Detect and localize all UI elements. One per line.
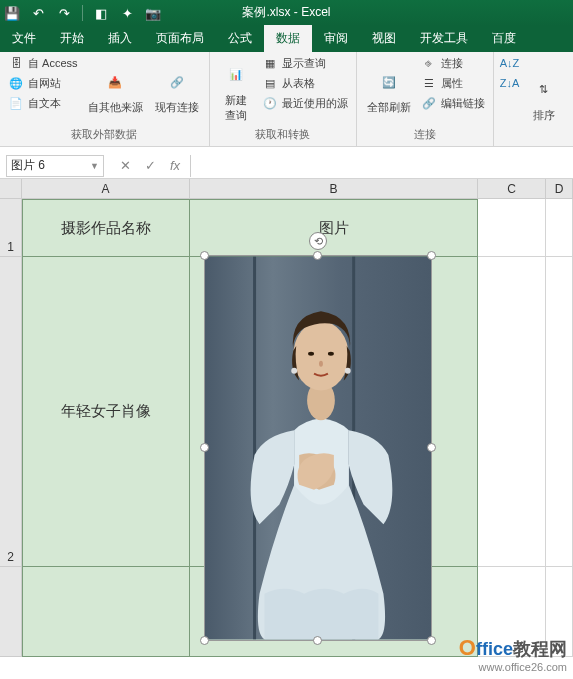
recent-sources-button[interactable]: 🕐最近使用的源 [260,94,350,112]
cell-B1[interactable]: 图片 [190,199,478,257]
group-label [500,142,564,144]
col-header-B[interactable]: B [190,179,478,199]
sort-icon: ⇅ [528,74,560,106]
sort-desc-icon: Z↓A [502,75,518,91]
ribbon-group-connections: 🔄 全部刷新 ⎆连接 ☰属性 🔗编辑链接 连接 [357,52,494,146]
properties-icon: ☰ [421,75,437,91]
touch-mode-icon[interactable]: ◧ [93,5,109,21]
group-label: 获取和转换 [216,127,350,144]
access-icon: 🗄 [8,55,24,71]
show-query-icon: ▦ [262,55,278,71]
tab-baidu[interactable]: 百度 [480,25,528,52]
ribbon-group-external-data: 🗄自 Access 🌐自网站 📄自文本 📥 自其他来源 🔗 现有连接 获取外部数… [0,52,210,146]
new-icon[interactable]: ✦ [119,5,135,21]
cell-A1[interactable]: 摄影作品名称 [22,199,190,257]
from-access-button[interactable]: 🗄自 Access [6,54,80,72]
separator [82,5,83,21]
other-sources-icon: 📥 [99,66,131,98]
watermark: Office教程网 www.office26.com [459,635,567,673]
edit-links-button[interactable]: 🔗编辑链接 [419,94,487,112]
cell-D2[interactable] [546,257,573,567]
group-label: 连接 [363,127,487,144]
svg-point-7 [328,352,334,356]
properties-button[interactable]: ☰属性 [419,74,487,92]
resize-handle-tl[interactable] [200,251,209,260]
column-headers: A B C D [0,179,573,199]
select-all-corner[interactable] [0,179,22,199]
from-table-icon: ▤ [262,75,278,91]
from-text-button[interactable]: 📄自文本 [6,94,80,112]
refresh-all-button[interactable]: 🔄 全部刷新 [363,54,415,127]
quick-access-toolbar: 💾 ↶ ↷ ◧ ✦ 📷 案例.xlsx - Excel [0,0,573,26]
svg-point-10 [345,368,351,374]
enter-icon[interactable]: ✓ [145,158,156,173]
edit-links-icon: 🔗 [421,95,437,111]
tab-file[interactable]: 文件 [0,25,48,52]
sort-button[interactable]: ⇅ 排序 [524,54,564,142]
sort-asc-button[interactable]: A↓Z [500,54,520,72]
tab-developer[interactable]: 开发工具 [408,25,480,52]
resize-handle-l[interactable] [200,443,209,452]
new-query-icon: 📊 [220,59,252,91]
svg-point-5 [293,321,349,390]
text-icon: 📄 [8,95,24,111]
save-icon[interactable]: 💾 [4,5,20,21]
chevron-down-icon[interactable]: ▼ [90,161,99,171]
row-header-3[interactable] [0,567,22,657]
name-box[interactable]: 图片 6 ▼ [6,155,104,177]
web-icon: 🌐 [8,75,24,91]
tab-data[interactable]: 数据 [264,25,312,52]
tab-insert[interactable]: 插入 [96,25,144,52]
ribbon-group-sort: A↓Z Z↓A ⇅ 排序 [494,52,570,146]
watermark-url: www.office26.com [459,661,567,673]
from-table-button[interactable]: ▤从表格 [260,74,350,92]
svg-point-6 [308,352,314,356]
window-title: 案例.xlsx - Excel [242,4,330,21]
ribbon-group-get-transform: 📊 新建 查询 ▦显示查询 ▤从表格 🕐最近使用的源 获取和转换 [210,52,357,146]
row-headers: 1 2 [0,199,22,657]
fx-icon[interactable]: fx [170,158,180,173]
tab-review[interactable]: 审阅 [312,25,360,52]
col-header-A[interactable]: A [22,179,190,199]
cell-D1[interactable] [546,199,573,257]
cancel-icon[interactable]: ✕ [120,158,131,173]
formula-bar[interactable] [190,155,573,177]
resize-handle-tr[interactable] [427,251,436,260]
row-header-1[interactable]: 1 [0,199,22,257]
connections-button[interactable]: ⎆连接 [419,54,487,72]
col-header-C[interactable]: C [478,179,546,199]
cell-C1[interactable] [478,199,546,257]
existing-conn-icon: 🔗 [161,66,193,98]
cell-A2[interactable]: 年轻女子肖像 [22,257,190,567]
sort-asc-icon: A↓Z [502,55,518,71]
undo-icon[interactable]: ↶ [30,5,46,21]
formula-bar-row: 图片 6 ▼ ✕ ✓ fx [0,153,573,179]
row-header-2[interactable]: 2 [0,257,22,567]
from-web-button[interactable]: 🌐自网站 [6,74,80,92]
resize-handle-bl[interactable] [200,636,209,645]
tab-home[interactable]: 开始 [48,25,96,52]
tab-formulas[interactable]: 公式 [216,25,264,52]
camera-icon[interactable]: 📷 [145,5,161,21]
ribbon: 🗄自 Access 🌐自网站 📄自文本 📥 自其他来源 🔗 现有连接 获取外部数… [0,52,573,147]
new-query-button[interactable]: 📊 新建 查询 [216,54,256,127]
resize-handle-b[interactable] [313,636,322,645]
from-other-sources-button[interactable]: 📥 自其他来源 [84,54,147,127]
resize-handle-br[interactable] [427,636,436,645]
tab-page-layout[interactable]: 页面布局 [144,25,216,52]
sort-desc-button[interactable]: Z↓A [500,74,520,92]
redo-icon[interactable]: ↷ [56,5,72,21]
show-query-button[interactable]: ▦显示查询 [260,54,350,72]
watermark-logo-o: O [459,635,476,660]
tab-view[interactable]: 视图 [360,25,408,52]
existing-connections-button[interactable]: 🔗 现有连接 [151,54,203,127]
connections-icon: ⎆ [421,55,437,71]
cell-A3[interactable] [22,567,190,657]
col-header-D[interactable]: D [546,179,573,199]
resize-handle-r[interactable] [427,443,436,452]
rotate-handle[interactable]: ⟲ [309,232,327,250]
cell-C2[interactable] [478,257,546,567]
inserted-image[interactable]: ⟲ [204,255,432,641]
ribbon-tabs: 文件 开始 插入 页面布局 公式 数据 审阅 视图 开发工具 百度 [0,26,573,52]
resize-handle-t[interactable] [313,251,322,260]
